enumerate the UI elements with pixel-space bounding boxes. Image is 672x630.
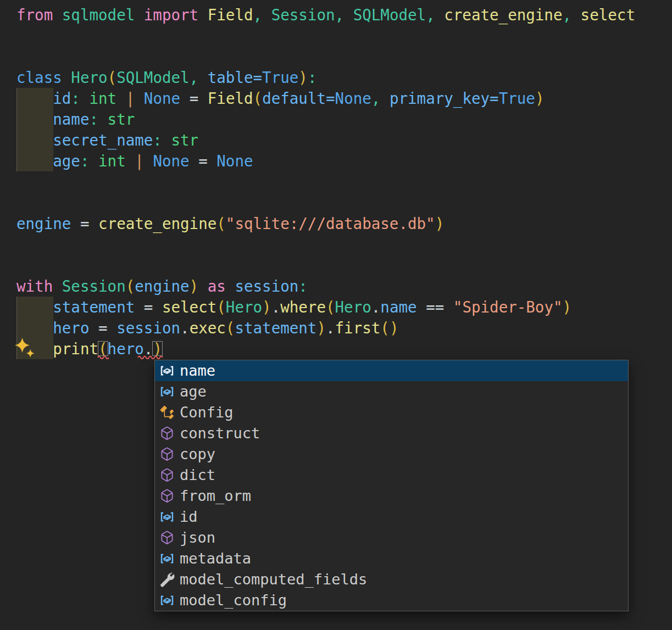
code-line-1: from sqlmodel import Field, Session, SQL… xyxy=(16,4,635,25)
suggestion-label: dict xyxy=(180,465,215,486)
suggestion-item-name[interactable]: name xyxy=(155,360,628,381)
symbol-method-icon xyxy=(159,425,175,442)
symbol-field-icon xyxy=(159,363,175,379)
code-line-16: hero = session.exec(statement).first() xyxy=(16,317,398,338)
autocomplete-popup: nameageConfigconstructcopydictfrom_ormid… xyxy=(154,360,629,611)
code-line-7: secret_name: str xyxy=(16,130,198,150)
symbol-field-icon xyxy=(159,383,175,400)
copilot-sparkle-icon[interactable] xyxy=(13,336,37,360)
suggestion-item-age[interactable]: age xyxy=(155,381,628,402)
suggestion-item-id[interactable]: id xyxy=(155,506,628,527)
symbol-method-icon xyxy=(159,529,175,546)
suggestion-label: id xyxy=(180,506,198,527)
symbol-class-icon xyxy=(159,404,175,421)
suggestion-item-model_config[interactable]: model_config xyxy=(155,590,628,611)
suggestion-item-metadata[interactable]: metadata xyxy=(155,548,628,569)
editor-viewport: { "editor": { "background": "#242424", "… xyxy=(0,0,672,630)
suggestion-item-Config[interactable]: Config xyxy=(155,402,628,423)
suggestion-label: age xyxy=(180,381,207,402)
suggestion-label: metadata xyxy=(180,548,251,569)
suggestion-label: model_computed_fields xyxy=(180,569,367,590)
code-line-5: id: int | None = Field(default=None, pri… xyxy=(16,88,544,109)
suggestion-label: json xyxy=(180,527,215,548)
code-line-15: statement = select(Hero).where(Hero.name… xyxy=(16,297,571,317)
suggestion-item-from_orm[interactable]: from_orm xyxy=(155,486,628,506)
code-line-8: age: int | None = None xyxy=(16,150,253,171)
suggestion-item-dict[interactable]: dict xyxy=(155,465,628,486)
suggestion-label: copy xyxy=(180,444,215,465)
symbol-field-icon xyxy=(159,592,175,609)
error-squiggle xyxy=(137,354,164,359)
error-squiggle xyxy=(97,354,109,359)
suggestion-item-copy[interactable]: copy xyxy=(155,444,628,465)
suggestion-label: Config xyxy=(180,402,234,423)
symbol-method-icon xyxy=(159,467,175,483)
suggestion-label: name xyxy=(180,360,215,381)
suggestion-item-json[interactable]: json xyxy=(155,527,628,548)
suggestion-label: from_orm xyxy=(180,486,251,506)
suggestion-label: construct xyxy=(180,423,260,444)
symbol-field-icon xyxy=(159,550,175,567)
symbol-method-icon xyxy=(159,446,175,462)
suggestion-label: model_config xyxy=(180,590,287,611)
code-line-14: with Session(engine) as session: xyxy=(16,276,308,297)
symbol-method-icon xyxy=(159,488,175,504)
code-line-11: engine = create_engine("sqlite:///databa… xyxy=(16,213,444,234)
suggestion-item-model_computed_fields[interactable]: model_computed_fields xyxy=(155,569,628,590)
code-line-6: name: str xyxy=(16,109,135,130)
symbol-field-icon xyxy=(159,509,175,525)
code-line-4: class Hero(SQLModel, table=True): xyxy=(16,67,316,88)
symbol-property-icon xyxy=(159,571,175,588)
suggestion-item-construct[interactable]: construct xyxy=(155,423,628,444)
